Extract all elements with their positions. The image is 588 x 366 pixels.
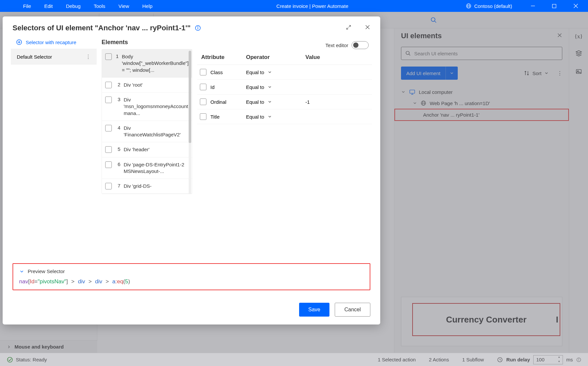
chevron-down-icon[interactable] — [267, 114, 272, 119]
checkbox[interactable] — [200, 69, 206, 75]
checkbox[interactable] — [105, 53, 112, 60]
chevron-down-icon[interactable] — [267, 85, 272, 89]
operator-value[interactable]: Equal to — [246, 84, 264, 90]
window-title: Create invoice | Power Automate — [159, 3, 466, 9]
attr-value[interactable]: -1 — [305, 99, 369, 105]
attr-name: Class — [210, 70, 223, 75]
default-selector-row[interactable]: Default Selector ⋮ — [11, 49, 97, 65]
checkbox[interactable] — [200, 84, 206, 90]
save-button[interactable]: Save — [299, 303, 329, 317]
element-label: Div 'header' — [124, 146, 189, 153]
maximize-button[interactable] — [547, 0, 562, 12]
operator-value[interactable]: Equal to — [246, 99, 264, 105]
menu-file[interactable]: File — [16, 1, 38, 12]
element-label: Div 'grid-DS- — [124, 183, 189, 189]
element-label: Div 'FinanceWatchlistPageV2' — [124, 125, 189, 138]
element-index: 7 — [115, 183, 120, 188]
element-index: 6 — [115, 161, 120, 167]
attr-name: Title — [210, 114, 220, 120]
attribute-table: Attribute Operator Value Class Equal to … — [197, 50, 372, 124]
minimize-button[interactable] — [525, 0, 540, 12]
selector-builder-dialog: Selectors of UI element "Anchor 'nav ...… — [3, 16, 380, 324]
elements-heading: Elements — [102, 39, 128, 46]
checkbox[interactable] — [105, 146, 112, 153]
dialog-title: Selectors of UI element "Anchor 'nav ...… — [13, 24, 191, 32]
titlebar: File Edit Debug Tools View Help Create i… — [0, 0, 588, 12]
scrollbar[interactable] — [189, 50, 191, 194]
element-row[interactable]: 2 Div 'root' — [102, 78, 192, 93]
preview-selector-toggle[interactable]: Preview Selector — [19, 268, 364, 274]
element-index: 5 — [115, 146, 120, 152]
element-index: 4 — [115, 125, 120, 130]
preview-selector-label: Preview Selector — [28, 268, 65, 274]
element-label: Div 'root' — [124, 82, 189, 88]
element-label: Div 'page-DS-EntryPoint1-2 MSNewsLayout-… — [124, 161, 189, 175]
element-row[interactable]: 7 Div 'grid-DS- — [102, 179, 192, 194]
element-row[interactable]: 1 Body 'window["_webWorkerBundle"] = "";… — [102, 49, 192, 78]
preview-selector-section: Preview Selector nav[Id="pivotsNav"] > d… — [13, 263, 370, 290]
info-icon[interactable] — [195, 25, 201, 31]
attribute-row[interactable]: Title Equal to — [197, 109, 372, 124]
svg-rect-3 — [552, 4, 556, 8]
checkbox[interactable] — [105, 183, 112, 189]
toggle-switch[interactable] — [352, 41, 369, 49]
tenant-label: Contoso (default) — [474, 3, 512, 9]
element-row[interactable]: 6 Div 'page-DS-EntryPoint1-2 MSNewsLayou… — [102, 157, 192, 179]
menu-bar: File Edit Debug Tools View Help — [16, 1, 159, 12]
close-button[interactable] — [568, 0, 583, 12]
element-label: Body 'window["_webWorkerBundle"] = ""; w… — [122, 53, 189, 73]
checkbox[interactable] — [200, 113, 206, 120]
tenant-selector[interactable]: Contoso (default) — [466, 3, 512, 9]
environment-icon — [466, 3, 472, 9]
chevron-down-icon — [19, 269, 24, 274]
svg-point-35 — [198, 27, 198, 27]
element-index: 3 — [115, 97, 120, 102]
checkbox[interactable] — [105, 125, 112, 131]
menu-tools[interactable]: Tools — [87, 1, 112, 12]
more-icon[interactable]: ⋮ — [86, 54, 91, 60]
text-editor-label: Text editor — [325, 42, 348, 48]
checkbox[interactable] — [105, 97, 112, 103]
selector-with-recapture[interactable]: Selector with recapture — [11, 36, 97, 49]
col-header-operator: Operator — [246, 54, 305, 61]
attribute-row[interactable]: Id Equal to — [197, 80, 372, 95]
cancel-button[interactable]: Cancel — [335, 303, 370, 317]
element-row[interactable]: 4 Div 'FinanceWatchlistPageV2' — [102, 121, 192, 143]
elements-list: 1 Body 'window["_webWorkerBundle"] = "";… — [102, 49, 192, 194]
text-editor-toggle[interactable]: Text editor — [325, 41, 369, 49]
menu-view[interactable]: View — [112, 1, 136, 12]
menu-debug[interactable]: Debug — [59, 1, 87, 12]
element-row[interactable]: 5 Div 'header' — [102, 142, 192, 157]
col-header-value: Value — [305, 54, 369, 61]
menu-help[interactable]: Help — [136, 1, 159, 12]
col-header-attribute: Attribute — [200, 54, 246, 61]
attr-name: Ordinal — [210, 99, 226, 105]
attribute-row[interactable]: Class Equal to — [197, 65, 372, 80]
checkbox[interactable] — [105, 161, 112, 168]
menu-edit[interactable]: Edit — [38, 1, 59, 12]
recapture-label: Selector with recapture — [26, 40, 76, 45]
element-label: Div 'msn_logomsnmoneyAccount mana... — [124, 97, 189, 117]
operator-value[interactable]: Equal to — [246, 70, 264, 75]
chevron-down-icon[interactable] — [267, 99, 272, 104]
default-selector-label: Default Selector — [17, 54, 52, 60]
chevron-down-icon[interactable] — [267, 70, 272, 74]
element-index: 2 — [115, 82, 120, 87]
plus-circle-icon — [16, 39, 22, 45]
checkbox[interactable] — [105, 82, 112, 88]
preview-selector-text: nav[Id="pivotsNav"] > div > div > a:eq(5… — [19, 278, 364, 285]
attr-name: Id — [210, 84, 215, 90]
element-row[interactable]: 3 Div 'msn_logomsnmoneyAccount mana... — [102, 93, 192, 121]
attribute-row[interactable]: Ordinal Equal to -1 — [197, 95, 372, 109]
checkbox[interactable] — [200, 99, 206, 105]
close-icon[interactable] — [365, 24, 370, 32]
operator-value[interactable]: Equal to — [246, 114, 264, 120]
expand-icon[interactable] — [346, 24, 352, 32]
element-index: 1 — [115, 53, 119, 59]
